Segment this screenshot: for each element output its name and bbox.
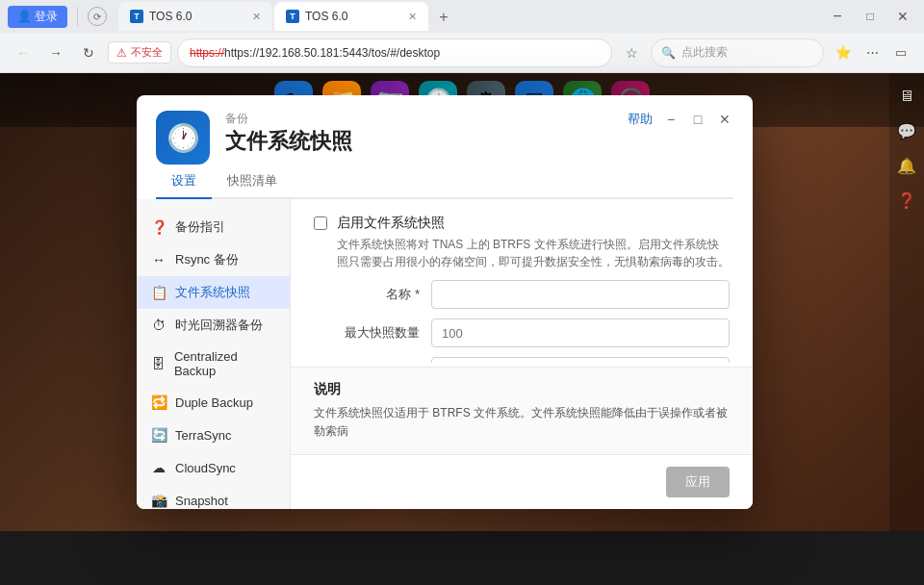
app-icon: 🕐 bbox=[156, 111, 210, 165]
name-input[interactable] bbox=[431, 280, 730, 309]
dialog-sidebar: ❓ 备份指引 ↔ Rsync 备份 📋 文件系统快照 ⏱ 时光回溯器备份 bbox=[137, 199, 291, 509]
nav-bar: ← → ↻ ⚠ 不安全 https://https://192.168.50.1… bbox=[0, 33, 924, 73]
max-snapshot-label: 最大快照数量 bbox=[314, 324, 420, 342]
sidebar-item-filesnapshot-label: 文件系统快照 bbox=[175, 284, 250, 301]
retention-select[interactable]: 删除最旧的版本 bbox=[431, 357, 730, 363]
tab-label-0: TOS 6.0 bbox=[149, 10, 192, 23]
tab-label-1: TOS 6.0 bbox=[305, 10, 347, 23]
tab-favicon-1: T bbox=[286, 10, 299, 23]
login-icon: 👤 bbox=[17, 10, 32, 23]
timemachine-icon: ⏱ bbox=[150, 317, 167, 334]
nav-icons: ⭐ ⋯ ▭ bbox=[830, 39, 914, 66]
not-secure-icon: ⚠ bbox=[116, 46, 127, 60]
duple-icon: 🔁 bbox=[150, 394, 167, 411]
rsync-icon: ↔ bbox=[150, 251, 167, 268]
confirm-button[interactable]: 应用 bbox=[666, 467, 730, 497]
sidebar-item-guide[interactable]: ❓ 备份指引 bbox=[137, 211, 290, 243]
login-button[interactable]: 👤 登录 bbox=[8, 6, 67, 28]
file-snapshot-dialog: 🕐 备份 文件系统快照 帮助 − □ ✕ 设置 快照清单 bbox=[137, 95, 753, 509]
name-label: 名称 * bbox=[314, 286, 420, 303]
notes-text: 文件系统快照仅适用于 BTRFS 文件系统。文件系统快照能降低由于误操作或者被勒… bbox=[314, 404, 730, 441]
maximize-button[interactable]: □ bbox=[857, 3, 884, 30]
notes-title: 说明 bbox=[314, 381, 730, 398]
dialog-subtitle: 备份 bbox=[225, 111, 352, 127]
tab-close-0[interactable]: ✕ bbox=[252, 11, 261, 23]
sidebar-item-timemachine[interactable]: ⏱ 时光回溯器备份 bbox=[137, 309, 290, 342]
dialog-body: ❓ 备份指引 ↔ Rsync 备份 📋 文件系统快照 ⏱ 时光回溯器备份 bbox=[137, 199, 753, 509]
tab-1[interactable]: T TOS 6.0 ✕ bbox=[274, 2, 428, 31]
back-button[interactable]: ← bbox=[10, 39, 37, 66]
dialog-maximize-button[interactable]: □ bbox=[689, 111, 706, 128]
max-snapshot-input[interactable] bbox=[431, 318, 730, 347]
dialog-title: 文件系统快照 bbox=[225, 127, 352, 156]
forward-button[interactable]: → bbox=[42, 39, 69, 66]
extensions-button[interactable]: ⭐ bbox=[830, 39, 857, 66]
sidebar-item-cloudsync-label: CloudSync bbox=[175, 461, 236, 475]
address-url: https://https://192.168.50.181:5443/tos/… bbox=[190, 46, 440, 60]
bookmark-button[interactable]: ☆ bbox=[618, 39, 645, 66]
sidebar-toggle-button[interactable]: ▭ bbox=[887, 39, 914, 66]
sidebar-item-rsync-label: Rsync 备份 bbox=[175, 251, 239, 268]
retention-select-wrap: 删除最旧的版本 ▼ bbox=[431, 357, 730, 363]
new-tab-button[interactable]: + bbox=[430, 4, 457, 31]
snapshot-icon: 📸 bbox=[150, 492, 167, 509]
sidebar-item-guide-label: 备份指引 bbox=[175, 218, 225, 236]
sidebar-item-terrasync[interactable]: 🔄 TerraSync bbox=[137, 419, 290, 451]
sidebar-item-filesnapshot[interactable]: 📋 文件系统快照 bbox=[137, 276, 290, 309]
filesnapshot-icon: 📋 bbox=[150, 284, 167, 301]
login-label: 登录 bbox=[35, 9, 58, 25]
sidebar-item-snapshot-label: Snapshot bbox=[175, 494, 228, 508]
title-bar: 👤 登录 ⟳ T TOS 6.0 ✕ T TOS 6.0 ✕ + − □ ✕ bbox=[0, 0, 924, 33]
dialog-tabs: 设置 快照清单 bbox=[156, 165, 733, 199]
search-icon: 🔍 bbox=[661, 46, 676, 60]
dialog-overlay: 🕐 备份 文件系统快照 帮助 − □ ✕ 设置 快照清单 bbox=[0, 73, 889, 531]
dialog-footer: 应用 bbox=[291, 454, 753, 509]
dialog-header-controls: 帮助 − □ ✕ bbox=[628, 111, 733, 128]
right-icon-monitor[interactable]: 🖥 bbox=[893, 83, 920, 110]
dialog-close-button[interactable]: ✕ bbox=[716, 111, 733, 128]
sidebar-item-centralized[interactable]: 🗄 Centralized Backup bbox=[137, 342, 290, 386]
search-box[interactable]: 🔍 点此搜索 bbox=[651, 38, 824, 67]
sidebar-item-cloudsync[interactable]: ☁ CloudSync bbox=[137, 451, 290, 484]
form-content: 启用文件系统快照 文件系统快照将对 TNAS 上的 BTRFS 文件系统进行快照… bbox=[291, 199, 753, 363]
refresh-button[interactable]: ↻ bbox=[75, 39, 102, 66]
tab-favicon-0: T bbox=[130, 10, 143, 23]
dialog-main: 启用文件系统快照 文件系统快照将对 TNAS 上的 BTRFS 文件系统进行快照… bbox=[291, 199, 753, 509]
close-button[interactable]: ✕ bbox=[889, 3, 916, 30]
sidebar-item-snapshot[interactable]: 📸 Snapshot bbox=[137, 484, 290, 509]
centralized-icon: 🗄 bbox=[150, 355, 167, 372]
sidebar-item-rsync[interactable]: ↔ Rsync 备份 bbox=[137, 243, 290, 276]
terrasync-icon: 🔄 bbox=[150, 426, 167, 444]
right-icon-chat[interactable]: 💬 bbox=[893, 117, 920, 144]
sidebar-item-duple-label: Duple Backup bbox=[175, 395, 253, 410]
dialog-minimize-button[interactable]: − bbox=[662, 111, 680, 128]
address-bar[interactable]: https://https://192.168.50.181:5443/tos/… bbox=[177, 38, 612, 67]
enable-snapshot-label: 启用文件系统快照 bbox=[337, 215, 730, 232]
menu-button[interactable]: ⋯ bbox=[859, 39, 886, 66]
dialog-header: 🕐 备份 文件系统快照 帮助 − □ ✕ bbox=[137, 95, 753, 165]
sidebar-item-timemachine-label: 时光回溯器备份 bbox=[175, 317, 263, 334]
security-label: 不安全 bbox=[131, 45, 163, 60]
tab-0[interactable]: T TOS 6.0 ✕ bbox=[118, 2, 272, 31]
enable-snapshot-checkbox[interactable] bbox=[314, 216, 327, 230]
guide-icon: ❓ bbox=[150, 218, 167, 236]
tab-snapshot-list[interactable]: 快照清单 bbox=[212, 165, 293, 199]
minimize-button[interactable]: − bbox=[824, 3, 851, 30]
sidebar-item-duple[interactable]: 🔁 Duple Backup bbox=[137, 386, 290, 419]
cloudsync-icon: ☁ bbox=[150, 459, 167, 476]
profile-icon[interactable]: ⟳ bbox=[88, 7, 107, 26]
sidebar-item-centralized-label: Centralized Backup bbox=[174, 349, 276, 378]
tab-close-1[interactable]: ✕ bbox=[408, 11, 417, 23]
address-text: https://192.168.50.181:5443/tos/#/deskto… bbox=[224, 46, 440, 60]
search-placeholder: 点此搜索 bbox=[681, 44, 728, 61]
tab-settings[interactable]: 设置 bbox=[156, 165, 212, 199]
security-badge[interactable]: ⚠ 不安全 bbox=[108, 41, 171, 64]
right-icon-bell[interactable]: 🔔 bbox=[893, 152, 920, 179]
help-link[interactable]: 帮助 bbox=[628, 111, 653, 128]
right-sidebar: 🖥 💬 🔔 ❓ bbox=[889, 73, 924, 531]
form-grid: 名称 * 最大快照数量 保留策略 bbox=[314, 280, 730, 363]
right-icon-help[interactable]: ❓ bbox=[893, 187, 920, 214]
enable-snapshot-desc: 文件系统快照将对 TNAS 上的 BTRFS 文件系统进行快照。启用文件系统快照… bbox=[337, 236, 730, 270]
dialog-title-area: 🕐 备份 文件系统快照 bbox=[156, 111, 352, 165]
enable-snapshot-row: 启用文件系统快照 文件系统快照将对 TNAS 上的 BTRFS 文件系统进行快照… bbox=[314, 215, 730, 270]
